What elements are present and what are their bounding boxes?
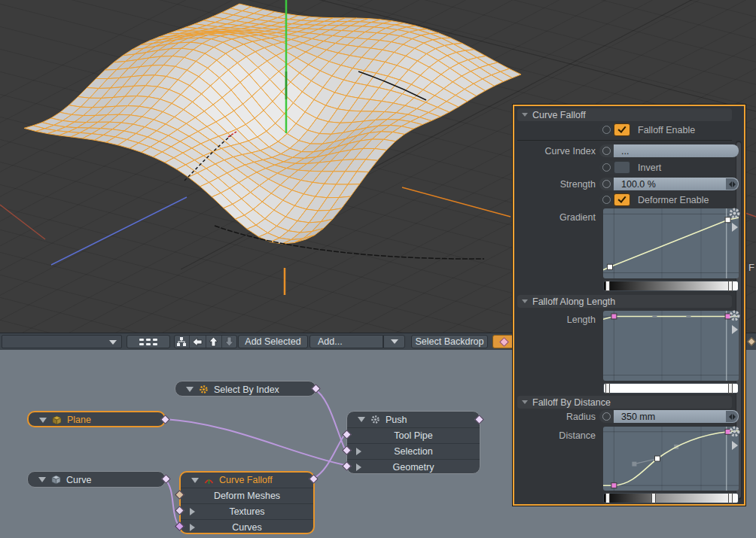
editor-play-icon[interactable] (732, 441, 738, 450)
deformer-enable-checkbox[interactable] (599, 193, 630, 206)
curve-index-field[interactable]: ... (614, 144, 739, 157)
deformer-enable-label: Deformer Enable (638, 195, 709, 205)
node-row-geometry[interactable]: Geometry (347, 459, 480, 475)
section-title: Falloff Along Length (532, 296, 615, 307)
value-spinner[interactable] (726, 411, 738, 422)
ramp-handle[interactable] (605, 383, 610, 394)
channel-circle-icon[interactable] (599, 161, 614, 174)
ramp-handle[interactable] (605, 281, 610, 291)
section-header-falloff-along-length[interactable]: Falloff Along Length (517, 295, 732, 308)
section-title: Curve Falloff (532, 110, 586, 120)
ramp-handle[interactable] (728, 281, 733, 291)
channel-circle-icon[interactable] (599, 123, 614, 136)
channel-circle-button[interactable] (599, 410, 614, 423)
node-row-tool-pipe[interactable]: Tool Pipe (347, 427, 480, 443)
curve-falloff-properties-panel: Curve Falloff Falloff Enable Curve Index… (513, 105, 745, 506)
play-triangle-icon[interactable] (356, 448, 361, 455)
value-spinner[interactable] (726, 178, 738, 190)
nav-up-button[interactable] (207, 336, 221, 348)
invert-label: Invert (638, 163, 661, 173)
checkbox-checked[interactable] (614, 123, 630, 136)
strength-field[interactable]: 100.0 % (614, 178, 739, 190)
select-backdrop-button[interactable]: Select Backdrop (411, 335, 488, 348)
invert-checkbox[interactable] (599, 161, 630, 174)
section-header-falloff-by-distance[interactable]: Falloff By Distance (517, 396, 732, 409)
row-label: Tool Pipe (394, 430, 432, 441)
play-triangle-icon[interactable] (356, 464, 361, 471)
distance-curve-editor[interactable] (603, 427, 739, 503)
ramp-handle[interactable] (728, 383, 733, 394)
checkbox-checked[interactable] (614, 193, 630, 206)
arrow-up-icon (209, 336, 218, 347)
node-row-selection[interactable]: Selection (347, 443, 480, 459)
node-row-textures[interactable]: Textures (181, 503, 313, 519)
grid-view-icon (139, 337, 158, 346)
collapse-triangle-icon[interactable] (358, 417, 365, 422)
curve-index-label: Curve Index (514, 146, 596, 157)
add-selected-button[interactable]: Add Selected (238, 335, 308, 348)
collapse-triangle-icon[interactable] (38, 477, 46, 482)
ramp-handle[interactable] (728, 493, 733, 503)
channel-circle-button[interactable] (599, 178, 614, 190)
schematic-viewport-dropdown[interactable] (2, 335, 122, 348)
radius-field[interactable]: 350 mm (614, 410, 739, 423)
collapse-triangle-icon (522, 400, 528, 404)
node-label: Push (386, 415, 407, 425)
thumbnail-view-button[interactable] (127, 335, 170, 348)
channel-circle-icon[interactable] (599, 193, 614, 206)
separator (206, 336, 206, 348)
node-label: Select By Index (214, 385, 279, 395)
node-label: Plane (67, 415, 91, 425)
gradient-ramp-strip[interactable] (603, 281, 739, 291)
play-triangle-icon[interactable] (190, 508, 195, 515)
editor-play-icon[interactable] (732, 223, 738, 232)
node-curve-falloff[interactable]: Curve Falloff Deform Meshes Textures Cur… (179, 471, 315, 534)
collapse-triangle-icon[interactable] (39, 418, 47, 423)
node-label: Curve Falloff (219, 475, 273, 485)
add-button[interactable]: Add... (309, 335, 383, 348)
pink-diamond-icon (499, 337, 509, 347)
falloff-item-button[interactable] (492, 335, 515, 348)
node-select-by-index[interactable]: Select By Index (175, 381, 316, 397)
node-row-deform-meshes[interactable]: Deform Meshes (181, 488, 313, 503)
length-label: Length (514, 315, 596, 325)
divider (517, 140, 732, 141)
editor-play-icon[interactable] (732, 325, 738, 334)
radius-label: Radius (514, 412, 596, 422)
node-plane[interactable]: Plane (27, 411, 166, 427)
ramp-handle[interactable] (651, 493, 656, 503)
strength-label: Strength (514, 179, 596, 190)
arrow-left-icon (192, 337, 203, 347)
node-curve[interactable]: Curve (27, 471, 166, 488)
falloff-enable-checkbox[interactable] (599, 123, 630, 136)
hierarchy-nav-group (174, 335, 237, 348)
collapse-triangle-icon (522, 113, 528, 117)
play-triangle-icon[interactable] (190, 524, 195, 531)
gradient-ramp-strip[interactable] (603, 383, 739, 394)
gear-icon (199, 385, 209, 394)
collapse-triangle-icon[interactable] (186, 387, 194, 392)
channel-circle-button[interactable] (599, 144, 614, 157)
nav-down-button-disabled[interactable] (223, 336, 236, 348)
tree-view-button[interactable] (175, 336, 188, 348)
hierarchy-icon (176, 336, 187, 347)
ramp-handle[interactable] (605, 493, 610, 503)
length-curve-editor[interactable] (603, 311, 739, 394)
row-label: Curves (232, 522, 262, 533)
gear-icon[interactable] (728, 425, 741, 438)
nav-left-button[interactable] (191, 336, 204, 348)
gradient-label: Gradient (514, 212, 596, 223)
gear-icon[interactable] (728, 309, 741, 322)
falloff-enable-label: Falloff Enable (638, 125, 695, 135)
collapse-triangle-icon[interactable] (191, 478, 199, 483)
node-row-curves[interactable]: Curves (181, 519, 313, 535)
distance-label: Distance (514, 430, 596, 441)
checkbox-unchecked[interactable] (614, 161, 630, 174)
gear-icon[interactable] (728, 207, 741, 220)
gradient-curve-editor[interactable] (603, 208, 739, 291)
chevron-down-icon (109, 340, 117, 345)
section-header-curve-falloff[interactable]: Curve Falloff (517, 108, 732, 121)
node-push[interactable]: Push Tool Pipe Selection Geometry (346, 411, 480, 474)
add-dropdown-button[interactable] (383, 335, 405, 348)
gradient-ramp-strip[interactable] (603, 493, 739, 503)
